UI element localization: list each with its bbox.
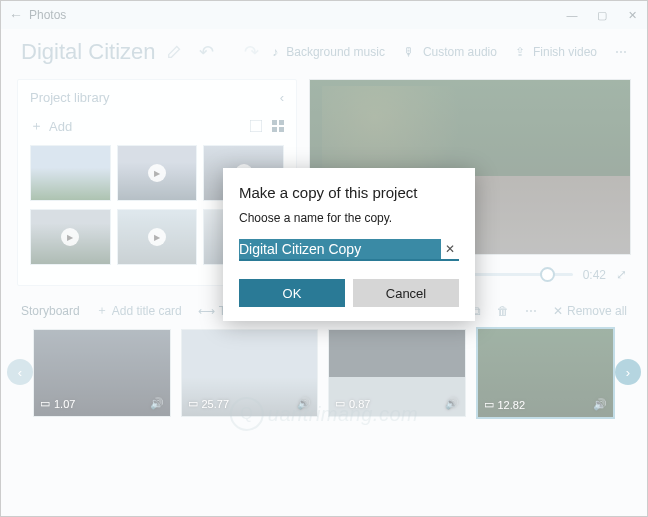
dialog-subtitle: Choose a name for the copy. [239,211,459,225]
ok-button[interactable]: OK [239,279,345,307]
cancel-button[interactable]: Cancel [353,279,459,307]
copy-project-dialog: Make a copy of this project Choose a nam… [223,168,475,321]
copy-name-input[interactable] [239,239,441,259]
dialog-title: Make a copy of this project [239,184,459,201]
clear-icon[interactable]: ✕ [441,242,459,256]
